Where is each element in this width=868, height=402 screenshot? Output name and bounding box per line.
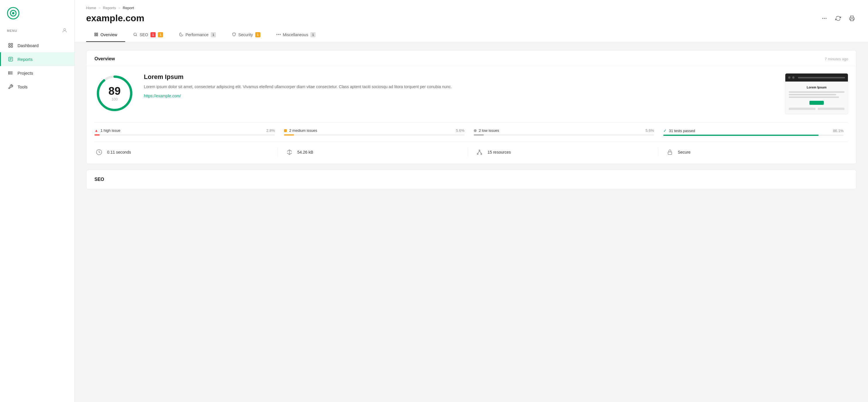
score-max: 100 (108, 97, 121, 101)
site-preview: Lorem Ipsum (785, 73, 848, 114)
main-content: Home > Reports > Report example.com (75, 0, 868, 402)
svg-rect-22 (96, 35, 98, 36)
dashboard-icon (8, 42, 13, 48)
issue-low-bar (474, 134, 654, 135)
ellipsis-icon (822, 16, 827, 21)
sidebar-item-dashboard[interactable]: Dashboard (0, 38, 74, 52)
issues-row: ▲ 1 high issue 2.8% 2 medium issues (94, 122, 848, 136)
user-icon[interactable] (62, 28, 67, 34)
tab-performance-label: Performance (185, 32, 209, 37)
sidebar-item-tools[interactable]: Tools (0, 80, 74, 94)
issue-passed-pct: 86.1% (833, 129, 844, 133)
reports-icon (8, 56, 13, 62)
tab-performance[interactable]: Performance 1 (171, 28, 224, 42)
preview-top-bar (785, 73, 848, 82)
breadcrumb-reports[interactable]: Reports (103, 6, 116, 10)
medium-icon (284, 129, 287, 132)
score-value: 89 (108, 86, 121, 96)
issue-low: 2 low issues 5.6% (469, 128, 659, 135)
logo-area (0, 0, 74, 25)
menu-label-row: MENU (0, 25, 74, 37)
sidebar-label-dashboard: Dashboard (18, 43, 38, 48)
sidebar-label-reports: Reports (18, 57, 33, 62)
stat-size-value: 54.26 kB (298, 150, 313, 154)
breadcrumb-sep-2: > (118, 6, 121, 10)
tab-seo[interactable]: SEO 1 1 (125, 28, 171, 42)
header-actions (820, 14, 857, 23)
network-icon (475, 148, 484, 157)
tab-overview[interactable]: Overview (86, 28, 125, 42)
svg-point-34 (481, 154, 482, 155)
svg-line-24 (136, 35, 137, 36)
print-icon (849, 16, 855, 21)
sidebar: MENU Dashboard (0, 0, 75, 402)
stat-security-value: Secure (678, 150, 690, 154)
svg-rect-21 (95, 35, 96, 36)
stat-resources: 15 resources (468, 148, 658, 157)
sidebar-item-reports[interactable]: Reports (0, 52, 74, 66)
stat-security: Secure (658, 148, 848, 157)
issue-medium: 2 medium issues 5.6% (279, 128, 469, 135)
tabs: Overview SEO 1 1 Per (86, 28, 857, 42)
scale-icon (285, 148, 294, 157)
more-options-button[interactable] (820, 14, 829, 23)
performance-badge: 1 (211, 32, 216, 37)
tab-miscellaneous[interactable]: Miscellaneous 1 (269, 28, 324, 42)
warn-icon: ▲ (94, 128, 98, 133)
svg-rect-18 (850, 19, 854, 21)
refresh-button[interactable] (834, 14, 843, 23)
issue-high-pct: 2.8% (267, 128, 275, 133)
site-url[interactable]: https://example.com/ (144, 94, 181, 98)
security-icon (232, 32, 236, 37)
issue-medium-text: 2 medium issues (289, 128, 317, 133)
check-icon: ✓ (663, 128, 667, 133)
issue-low-text: 2 low issues (479, 128, 499, 133)
page-header: Home > Reports > Report example.com (75, 0, 868, 42)
menu-label: MENU (7, 29, 17, 32)
performance-icon (179, 32, 183, 37)
issue-low-pct: 5.6% (646, 128, 654, 133)
svg-point-25 (278, 34, 279, 34)
breadcrumb-sep-1: > (98, 6, 101, 10)
issue-passed-bar-fill (663, 135, 818, 136)
score-circle: 89 100 (94, 73, 135, 114)
stat-resources-value: 15 resources (488, 150, 511, 154)
preview-cta-button (809, 101, 824, 105)
svg-point-14 (9, 74, 9, 74)
issue-medium-label: 2 medium issues 5.6% (284, 128, 464, 133)
refresh-icon (835, 16, 841, 21)
issue-passed-text: 31 tests passed (669, 129, 695, 133)
issue-medium-bar (284, 134, 464, 135)
projects-icon (8, 70, 13, 76)
stat-size: 54.26 kB (278, 148, 468, 157)
breadcrumb: Home > Reports > Report (86, 6, 857, 10)
sidebar-label-tools: Tools (18, 85, 28, 89)
preview-footer-block-2 (818, 108, 844, 110)
sidebar-item-projects[interactable]: Projects (0, 66, 74, 80)
issue-high-bar-fill (94, 134, 100, 135)
page-title: example.com (86, 13, 145, 24)
svg-point-23 (134, 33, 136, 35)
preview-footer (789, 108, 844, 110)
svg-rect-5 (11, 43, 12, 45)
svg-point-33 (477, 154, 478, 155)
print-button[interactable] (847, 14, 857, 23)
page-title-row: example.com (86, 13, 857, 24)
clock-icon (94, 148, 104, 157)
svg-rect-37 (668, 152, 672, 154)
site-info: Lorem Ipsum Lorem ipsum dolor sit amet, … (144, 73, 776, 98)
lock-icon (665, 148, 675, 157)
svg-point-32 (479, 150, 480, 151)
overview-icon (94, 32, 98, 37)
issue-high-text: 1 high issue (100, 128, 120, 133)
svg-line-35 (478, 151, 479, 153)
preview-body: Lorem Ipsum (785, 82, 848, 114)
preview-dot-3 (798, 77, 845, 79)
app-logo (7, 7, 20, 20)
svg-point-16 (824, 18, 825, 19)
issue-high: ▲ 1 high issue 2.8% (94, 128, 279, 135)
tab-security[interactable]: Security 1 (224, 28, 269, 42)
breadcrumb-home[interactable]: Home (86, 6, 96, 10)
overview-section-title: Overview (94, 56, 115, 61)
tools-icon (8, 84, 13, 90)
